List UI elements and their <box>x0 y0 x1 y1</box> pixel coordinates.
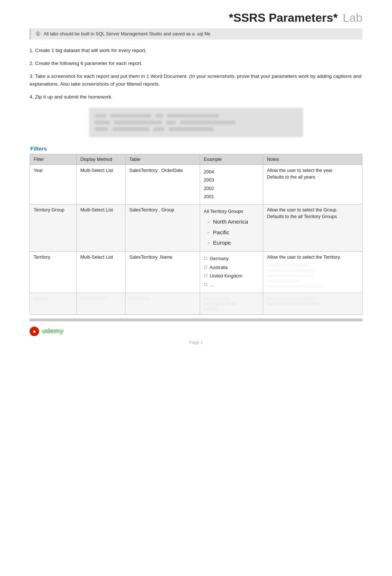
instruction-1-number: 1. <box>30 48 34 53</box>
col-header-filter: Filter <box>30 154 77 165</box>
cell-table: SalesTerritory .Name <box>125 251 200 293</box>
table-row: TerritoryMulti-Select ListSalesTerritory… <box>30 251 362 293</box>
blurred-cell-4: ────────────────────────────── <box>263 293 362 314</box>
cell-display-method: Multi-Select List <box>76 165 125 204</box>
instruction-1: 1. Create 1 big dataset that will work f… <box>30 47 362 55</box>
instruction-4-text: Zip it up and submit the homework. <box>35 94 113 100</box>
instruction-2: 2. Create the following 6 parameter for … <box>30 60 362 68</box>
list-item: -Pacific <box>204 227 259 238</box>
notice-text: All labs should be built in SQL Server M… <box>44 31 210 37</box>
item-text: Germany <box>210 255 228 263</box>
checkbox-icon: ☐ <box>204 281 207 289</box>
list-item: ☐Australia <box>204 263 259 272</box>
page-header: *SSRS Parameters* Lab <box>30 11 362 25</box>
notice-bar: 🛈 All labs should be built in SQL Server… <box>30 28 362 39</box>
note-line: Allow the user to select the Territory. <box>267 255 358 260</box>
list-item: -North America <box>204 217 259 227</box>
blurred-cell-3: ────────────────────── <box>200 293 263 314</box>
filters-section: Filters Filter Display Method Table Exam… <box>30 145 362 315</box>
item-text: Europe <box>213 238 231 248</box>
blurred-cell-0: ──── <box>30 293 77 314</box>
item-text: North America <box>213 217 248 227</box>
blurred-note: ────────────────────────────────────────… <box>267 263 358 289</box>
checkbox-icon: ☐ <box>204 255 207 262</box>
footer-page: Page 1 <box>30 340 362 345</box>
note-line: Allow the user to select the year <box>267 168 358 173</box>
note-line: Defaults to the all Territory Groups <box>267 214 358 219</box>
col-header-table: Table <box>125 154 200 165</box>
list-item: -Europe <box>204 238 259 248</box>
note-line: Defaults to the all years <box>267 175 358 180</box>
cell-notes: Allow the user to select the Group.Defau… <box>263 204 362 251</box>
instruction-3: 3. Take a screenshot for each report and… <box>30 73 362 88</box>
cell-example: All Territory Groups-North America-Pacif… <box>200 204 263 251</box>
cell-filter: Territory Group <box>30 204 77 251</box>
instruction-2-number: 2. <box>30 61 34 66</box>
notice-icon: 🛈 <box>36 31 41 37</box>
table-row: ────────────────────────────────────────… <box>30 293 362 314</box>
checkbox-icon: ☐ <box>204 263 207 271</box>
list-item: All Territory Groups <box>204 207 259 216</box>
dash-icon: - <box>207 238 209 248</box>
cell-display-method: Multi-Select List <box>76 251 125 293</box>
list-item: ☐Germany <box>204 255 259 263</box>
logo-text: udemy <box>42 327 63 335</box>
item-text: Australia <box>210 263 228 272</box>
item-text: United Kingdom <box>210 272 243 281</box>
list-item: ☐… <box>204 281 259 290</box>
list-item: ☐United Kingdom <box>204 272 259 281</box>
cell-table: SalesTerritory . Group <box>125 204 200 251</box>
page-title: *SSRS Parameters* <box>229 11 338 24</box>
dash-icon: - <box>207 227 209 238</box>
list-item: 2003 <box>204 176 259 184</box>
dash-icon: - <box>207 217 209 227</box>
cell-example: ☐Germany☐Australia☐United Kingdom☐… <box>200 251 263 293</box>
table-row: YearMulti-Select ListSalesTerritory . Or… <box>30 165 362 204</box>
item-text: … <box>210 281 214 290</box>
note-line: Allow the user to select the Group. <box>267 207 358 213</box>
item-text: Pacific <box>213 227 229 238</box>
table-row: Territory GroupMulti-Select ListSalesTer… <box>30 204 362 251</box>
instructions-section: 1. Create 1 big dataset that will work f… <box>30 47 362 101</box>
cell-filter: Year <box>30 165 77 204</box>
instruction-3-number: 3. <box>30 73 34 79</box>
blurred-cell-1: ──────── <box>76 293 125 314</box>
instruction-3-text: Take a screenshot for each report and pu… <box>30 73 361 87</box>
instruction-2-text: Create the following 6 parameter for eac… <box>35 61 142 66</box>
blurred-cell-2: ────── <box>125 293 200 314</box>
cell-display-method: Multi-Select List <box>76 204 125 251</box>
list-item: 2002 <box>204 184 259 193</box>
filters-title: Filters <box>30 145 362 152</box>
lab-label: Lab <box>343 11 362 24</box>
instruction-4: 4. Zip it up and submit the homework. <box>30 93 362 101</box>
cell-example: 2004200320022001 <box>200 165 263 204</box>
filters-table: Filter Display Method Table Example Note… <box>30 154 362 315</box>
col-header-example: Example <box>200 154 263 165</box>
table-header-row: Filter Display Method Table Example Note… <box>30 154 362 165</box>
cell-notes: Allow the user to select the yearDefault… <box>263 165 362 204</box>
instruction-4-number: 4. <box>30 94 34 100</box>
footer-logo: ● udemy <box>30 327 362 336</box>
bottom-bar <box>30 318 362 321</box>
list-item: 2001 <box>204 193 259 201</box>
list-item: 2004 <box>204 168 259 176</box>
logo-icon: ● <box>30 327 39 336</box>
checkbox-icon: ☐ <box>204 272 207 280</box>
cell-table: SalesTerritory . OrderDate <box>125 165 200 204</box>
col-header-notes: Notes <box>263 154 362 165</box>
instruction-1-text: Create 1 big dataset that will work for … <box>35 48 147 53</box>
cell-notes: Allow the user to select the Territory.─… <box>263 251 362 293</box>
cell-filter: Territory <box>30 251 77 293</box>
blurred-image <box>89 108 303 137</box>
col-header-display: Display Method <box>76 154 125 165</box>
